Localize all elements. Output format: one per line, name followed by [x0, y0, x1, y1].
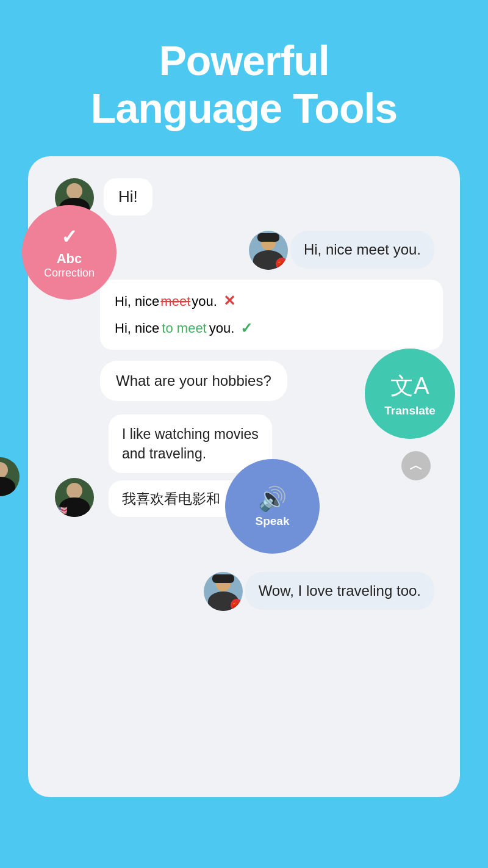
- scroll-up-button[interactable]: ︿: [401, 451, 431, 480]
- bubble-hi: Hi!: [104, 178, 152, 215]
- bubble-likes: I like watching moviesand traveling.: [109, 414, 272, 473]
- flag-cn-2: 🇨🇳: [231, 599, 243, 611]
- speak-bubble[interactable]: 🔊 Speak: [225, 459, 320, 554]
- bubble-wow: Wow, I love traveling too.: [245, 572, 434, 610]
- message-row-1: 🇺🇸 Hi!: [45, 178, 443, 217]
- message-row-last: Wow, I love traveling too. 🇨🇳: [45, 572, 443, 611]
- check-mark: ✓: [240, 317, 253, 340]
- correct-words: to meet: [162, 317, 206, 339]
- avatar-man-correction: 🇺🇸: [0, 457, 20, 496]
- correction-block: Hi, nice meet you. ✕ Hi, nice to meet yo…: [100, 280, 443, 350]
- translate-bubble[interactable]: 文A Translate: [365, 349, 455, 439]
- avatar-woman-1: 🇨🇳: [249, 231, 288, 270]
- abc-title: Abc: [57, 251, 82, 267]
- speak-icon: 🔊: [258, 485, 287, 512]
- title-line1: Powerful: [159, 37, 329, 84]
- correction-wrong-line: Hi, nice meet you. ✕: [115, 289, 428, 313]
- translate-icon: 文A: [390, 371, 429, 402]
- phone-card: ✓ Abc Correction 🇺🇸 Hi! Hi, nice meet yo…: [28, 156, 460, 797]
- bubble-hobbies: What are your hobbies?: [100, 361, 287, 401]
- correction-correct-line: Hi, nice to meet you. ✓: [115, 317, 428, 340]
- flag-cn-1: 🇨🇳: [276, 258, 288, 270]
- strikethrough-word: meet: [160, 291, 190, 312]
- x-mark: ✕: [223, 289, 235, 313]
- flag-us-3: 🇺🇸: [55, 504, 68, 517]
- abc-check-icon: ✓: [61, 225, 77, 248]
- avatar-woman-2: 🇨🇳: [204, 572, 243, 611]
- avatar-man-2: 🇺🇸: [55, 478, 94, 517]
- title-line2: Language Tools: [91, 85, 397, 131]
- speak-label: Speak: [256, 515, 290, 528]
- translate-label: Translate: [384, 404, 435, 418]
- header: Powerful Language Tools: [0, 0, 488, 156]
- hobbies-row: What are your hobbies? 文A Translate: [45, 361, 443, 401]
- bubble-nice-meet: Hi, nice meet you.: [290, 231, 434, 269]
- header-title: Powerful Language Tools: [49, 37, 439, 132]
- abc-correction-bubble[interactable]: ✓ Abc Correction: [22, 205, 117, 300]
- abc-subtitle: Correction: [44, 267, 95, 280]
